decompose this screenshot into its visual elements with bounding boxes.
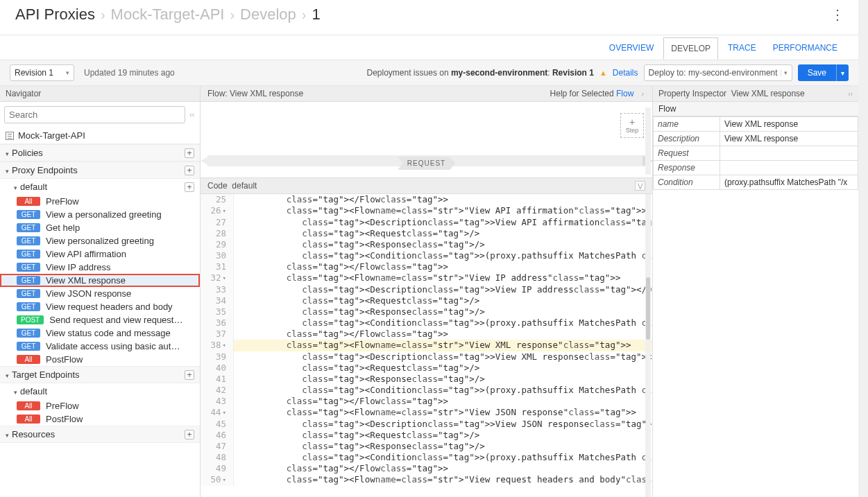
proxy-endpoint-default[interactable]: ▾default +	[0, 179, 200, 195]
property-key: Request	[654, 146, 720, 161]
code-line[interactable]: 44▾ class="tag"><Flow name=class="str">"…	[201, 407, 652, 419]
flow-item[interactable]: AllPostFlow	[0, 412, 200, 426]
code-line[interactable]: 34 class="tag"><Requestclass="tag">/>	[201, 295, 652, 306]
code-line[interactable]: 35 class="tag"><Responseclass="tag">/>	[201, 306, 652, 317]
code-line[interactable]: 49 class="tag"></Flowclass="tag">>	[201, 463, 652, 474]
property-value[interactable]	[720, 146, 858, 161]
breadcrumb-proxy[interactable]: Mock-Target-API	[111, 6, 225, 24]
tab-trace[interactable]: TRACE	[721, 37, 763, 58]
add-proxy-endpoint-button[interactable]: +	[185, 166, 194, 175]
code-line[interactable]: 27 class="tag"><Descriptionclass="tag">>…	[201, 217, 652, 228]
code-line[interactable]: 33 class="tag"><Descriptionclass="tag">>…	[201, 284, 652, 295]
expand-icon[interactable]: ››	[848, 90, 853, 98]
flow-label: PostFlow	[46, 414, 83, 424]
kebab-menu-icon[interactable]: ⋮	[831, 6, 844, 23]
save-button[interactable]: Save	[798, 64, 836, 81]
code-line[interactable]: 50▾ class="tag"><Flow name=class="str">"…	[201, 474, 652, 486]
flow-label: PreFlow	[46, 401, 79, 411]
property-table: nameView XML responseDescriptionView XML…	[653, 116, 858, 190]
section-target-endpoints[interactable]: ▾Target Endpoints +	[0, 366, 200, 383]
code-line[interactable]: 30 class="tag"><Conditionclass="tag">>(p…	[201, 250, 652, 261]
code-editor[interactable]: 25 class="tag"></Flowclass="tag">>26▾ cl…	[201, 194, 652, 497]
property-value[interactable]: View XML response	[720, 117, 858, 132]
tab-develop[interactable]: DEVELOP	[663, 37, 718, 60]
flow-item[interactable]: GETView personalized greeting	[0, 234, 200, 247]
line-number: 26▾	[201, 205, 234, 217]
flow-item[interactable]: POSTSend request and view request…	[0, 313, 200, 326]
code-line[interactable]: 36 class="tag"><Conditionclass="tag">>(p…	[201, 317, 652, 329]
flow-item[interactable]: GETView IP address	[0, 261, 200, 274]
code-options-button[interactable]: ⋁	[635, 181, 645, 191]
code-line[interactable]: 38▾ class="tag"><Flow name=class="str">"…	[201, 340, 652, 351]
code-line[interactable]: 46 class="tag"><Requestclass="tag">/>	[201, 430, 652, 441]
revision-select[interactable]: Revision 1 ▾	[10, 64, 74, 81]
add-flow-button[interactable]: +	[185, 182, 194, 192]
editor-scrollbar[interactable]	[645, 194, 651, 497]
code-line[interactable]: 37 class="tag"></Flowclass="tag">>	[201, 329, 652, 340]
line-number: 35	[201, 306, 234, 317]
add-resource-button[interactable]: +	[185, 430, 194, 439]
tab-performance[interactable]: PERFORMANCE	[766, 37, 844, 58]
collapse-right-icon[interactable]: ›	[640, 90, 645, 98]
deploy-to-select[interactable]: Deploy to: my-second-environment ▾	[644, 64, 792, 81]
line-number: 40	[201, 363, 234, 374]
property-row[interactable]: Request	[654, 146, 858, 161]
add-policy-button[interactable]: +	[185, 148, 194, 158]
flow-item[interactable]: AllPreFlow	[0, 195, 200, 208]
flow-label: View IP address	[46, 262, 110, 272]
breadcrumb-section[interactable]: Develop	[240, 6, 296, 24]
add-target-endpoint-button[interactable]: +	[185, 370, 194, 380]
code-line[interactable]: 41 class="tag"><Responseclass="tag">/>	[201, 374, 652, 385]
code-line[interactable]: 40 class="tag"><Requestclass="tag">/>	[201, 363, 652, 374]
property-row[interactable]: nameView XML response	[654, 117, 858, 132]
search-input[interactable]	[4, 106, 185, 123]
code-line[interactable]: 25 class="tag"></Flowclass="tag">>	[201, 194, 652, 205]
flow-item[interactable]: GETValidate access using basic aut…	[0, 340, 200, 353]
flow-item[interactable]: AllPreFlow	[0, 399, 200, 412]
section-policies[interactable]: ▾Policies +	[0, 144, 200, 162]
navigator-root[interactable]: Mock-Target-API	[0, 128, 200, 144]
flow-title: Flow: View XML response	[207, 89, 303, 98]
flow-item[interactable]: GETView XML response	[0, 274, 200, 287]
save-dropdown-button[interactable]: ▾	[836, 64, 849, 81]
flow-item[interactable]: AllPostFlow	[0, 353, 200, 366]
flow-item[interactable]: GETView JSON response	[0, 287, 200, 300]
property-value[interactable]: (proxy.pathsuffix MatchesPath "/x	[720, 175, 858, 190]
breadcrumb-home[interactable]: API Proxies	[15, 6, 95, 24]
code-line[interactable]: 45 class="tag"><Descriptionclass="tag">>…	[201, 419, 652, 430]
code-line[interactable]: 47 class="tag"><Responseclass="tag">/>	[201, 441, 652, 452]
section-proxy-endpoints[interactable]: ▾Proxy Endpoints +	[0, 162, 200, 179]
flow-item[interactable]: GETView a personalized greeting	[0, 208, 200, 221]
details-link[interactable]: Details	[613, 68, 638, 78]
flow-item[interactable]: GETView API affirmation	[0, 247, 200, 261]
flow-item[interactable]: GETView status code and message	[0, 326, 200, 340]
method-badge: GET	[17, 289, 40, 298]
target-endpoint-default[interactable]: ▾default	[0, 383, 200, 399]
property-key: Response	[654, 161, 720, 175]
code-line[interactable]: 31 class="tag"></Flowclass="tag">>	[201, 261, 652, 272]
code-line[interactable]: 29 class="tag"><Responseclass="tag">/>	[201, 239, 652, 250]
code-line[interactable]: 43 class="tag"></Flowclass="tag">>	[201, 396, 652, 407]
add-step-button[interactable]: + Step	[620, 113, 644, 138]
property-row[interactable]: Condition(proxy.pathsuffix MatchesPath "…	[654, 175, 858, 190]
diagram-scrollbar[interactable]	[645, 107, 651, 175]
property-value[interactable]: View XML response	[720, 132, 858, 146]
help-flow-link[interactable]: Flow	[616, 89, 633, 98]
code-line[interactable]: 26▾ class="tag"><Flow name=class="str">"…	[201, 205, 652, 217]
flow-item[interactable]: GETView request headers and body	[0, 300, 200, 313]
property-row[interactable]: Response	[654, 161, 858, 175]
code-line[interactable]: 39 class="tag"><Descriptionclass="tag">>…	[201, 351, 652, 363]
code-line[interactable]: 48 class="tag"><Conditionclass="tag">>(p…	[201, 452, 652, 463]
code-line[interactable]: 42 class="tag"><Conditionclass="tag">>(p…	[201, 385, 652, 396]
code-line[interactable]: 28 class="tag"><Requestclass="tag">/>	[201, 228, 652, 239]
line-number: 41	[201, 374, 234, 385]
flow-item[interactable]: GETGet help	[0, 221, 200, 234]
collapse-icon[interactable]: ‹‹	[188, 111, 196, 119]
deploy-to-label: Deploy to: my-second-environment	[649, 68, 778, 78]
section-resources[interactable]: ▾Resources +	[0, 426, 200, 443]
property-value[interactable]	[720, 161, 858, 175]
tab-overview[interactable]: OVERVIEW	[602, 37, 661, 58]
code-line[interactable]: 32▾ class="tag"><Flow name=class="str">"…	[201, 272, 652, 284]
method-badge: POST	[17, 315, 44, 324]
property-row[interactable]: DescriptionView XML response	[654, 132, 858, 146]
